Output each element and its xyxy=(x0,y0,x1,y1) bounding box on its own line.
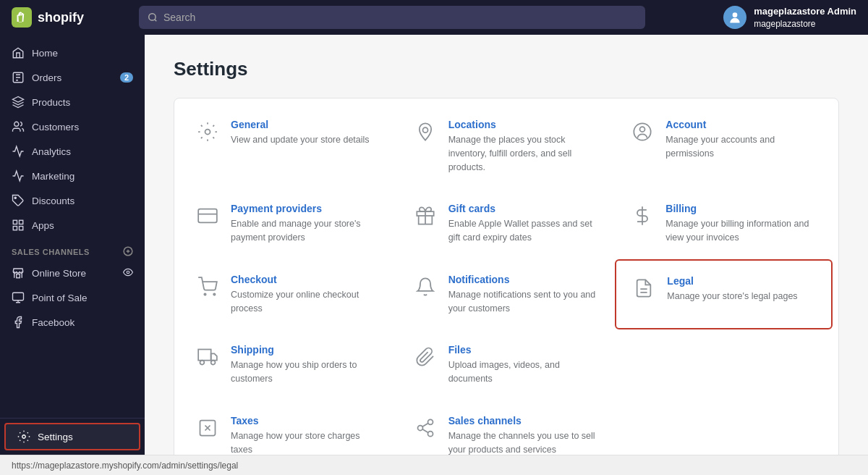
svg-point-31 xyxy=(211,361,216,365)
settings-title-shipping: Shipping xyxy=(231,344,383,356)
sidebar-item-orders[interactable]: Orders 2 xyxy=(0,65,145,90)
svg-point-0 xyxy=(149,14,156,20)
settings-title-locations: Locations xyxy=(448,119,601,130)
settings-icon-billing xyxy=(629,203,655,229)
settings-item-payment-providers[interactable]: Payment providers Enable and manage your… xyxy=(180,188,398,259)
settings-title-billing: Billing xyxy=(665,203,818,214)
settings-icon-gift-cards xyxy=(412,203,438,229)
svg-point-37 xyxy=(427,431,433,436)
status-bar: https://mageplazastore.myshopify.com/adm… xyxy=(0,455,868,475)
sidebar-item-products[interactable]: Products xyxy=(0,90,145,114)
svg-rect-19 xyxy=(198,209,217,223)
sidebar-item-facebook[interactable]: Facebook xyxy=(0,310,145,335)
sidebar-item-settings[interactable]: Settings xyxy=(4,423,140,450)
settings-title-notifications: Notifications xyxy=(448,274,601,285)
home-icon xyxy=(12,46,25,59)
settings-item-sales-channels[interactable]: Sales channels Manage the channels you u… xyxy=(398,400,616,455)
settings-item-shipping[interactable]: Shipping Manage how you ship orders to c… xyxy=(180,329,398,400)
sidebar-item-analytics[interactable]: Analytics xyxy=(0,139,145,164)
search-bar[interactable] xyxy=(139,6,645,29)
sidebar-item-discounts[interactable]: Discounts xyxy=(0,188,145,213)
orders-badge: 2 xyxy=(120,72,133,83)
settings-desc-legal: Manage your store's legal pages xyxy=(667,290,797,303)
settings-icon-account xyxy=(629,119,655,145)
shopify-logo-text: shopify xyxy=(38,10,84,25)
sidebar-item-point-of-sale[interactable]: Point of Sale xyxy=(0,285,145,310)
settings-item-general[interactable]: General View and update your store detai… xyxy=(180,104,398,188)
settings-icon-payment-providers xyxy=(195,203,221,229)
svg-point-24 xyxy=(204,293,205,295)
settings-title-gift-cards: Gift cards xyxy=(448,203,601,214)
settings-title-payment-providers: Payment providers xyxy=(231,203,383,214)
settings-item-notifications[interactable]: Notifications Manage notifications sent … xyxy=(398,259,616,330)
settings-icon-notifications xyxy=(412,274,438,300)
apps-icon xyxy=(12,219,25,232)
svg-rect-6 xyxy=(13,220,17,224)
svg-point-36 xyxy=(417,425,422,430)
settings-text-gift-cards: Gift cards Enable Apple Wallet passes an… xyxy=(448,203,601,245)
settings-icon-sales-channels xyxy=(412,415,438,441)
settings-item-legal[interactable]: Legal Manage your store's legal pages xyxy=(615,259,833,330)
settings-item-taxes[interactable]: Taxes Manage how your store charges taxe… xyxy=(180,400,398,455)
settings-card: General View and update your store detai… xyxy=(174,98,839,455)
settings-desc-notifications: Manage notifications sent to you and you… xyxy=(448,288,601,316)
settings-item-locations[interactable]: Locations Manage the places you stock in… xyxy=(398,104,616,188)
settings-item-account[interactable]: Account Manage your accounts and permiss… xyxy=(615,104,833,188)
sidebar-label-pos: Point of Sale xyxy=(32,293,88,303)
settings-text-account: Account Manage your accounts and permiss… xyxy=(665,119,818,161)
settings-desc-locations: Manage the places you stock inventory, f… xyxy=(448,133,601,174)
settings-title-checkout: Checkout xyxy=(231,274,383,285)
settings-text-taxes: Taxes Manage how your store charges taxe… xyxy=(231,415,383,455)
online-store-icon xyxy=(12,266,25,279)
settings-icon-locations xyxy=(412,119,438,145)
svg-point-25 xyxy=(213,293,215,295)
shopify-logo[interactable]: shopify xyxy=(12,7,127,28)
settings-item-gift-cards[interactable]: Gift cards Enable Apple Wallet passes an… xyxy=(398,188,616,259)
sidebar-item-customers[interactable]: Customers xyxy=(0,114,145,139)
settings-icon-legal xyxy=(631,275,657,301)
eye-icon[interactable] xyxy=(123,267,133,279)
settings-grid: General View and update your store detai… xyxy=(180,104,833,455)
settings-icon-taxes xyxy=(195,415,221,441)
settings-text-sales-channels: Sales channels Manage the channels you u… xyxy=(448,415,601,455)
svg-point-14 xyxy=(22,435,26,439)
settings-title-sales-channels: Sales channels xyxy=(448,415,601,426)
add-sales-channel-icon[interactable] xyxy=(123,246,133,258)
settings-text-files: Files Upload images, videos, and documen… xyxy=(448,344,601,386)
sidebar: Home Orders 2 Products Customers Analyti… xyxy=(0,35,145,455)
settings-text-general: General View and update your store detai… xyxy=(231,119,370,147)
settings-icon xyxy=(17,430,30,443)
products-icon xyxy=(12,96,25,109)
settings-icon-shipping xyxy=(195,344,221,370)
sidebar-item-home[interactable]: Home xyxy=(0,41,145,65)
settings-text-checkout: Checkout Customize your online checkout … xyxy=(231,274,383,316)
sidebar-item-apps[interactable]: Apps xyxy=(0,213,145,238)
sidebar-label-home: Home xyxy=(32,48,58,59)
settings-desc-taxes: Manage how your store charges taxes xyxy=(231,429,383,455)
sales-channels-section: SALES CHANNELS xyxy=(0,238,145,261)
settings-title-legal: Legal xyxy=(667,275,797,287)
svg-rect-7 xyxy=(20,220,23,224)
svg-point-1 xyxy=(733,12,738,17)
sidebar-label-settings: Settings xyxy=(38,432,73,442)
settings-item-files[interactable]: Files Upload images, videos, and documen… xyxy=(398,329,616,400)
orders-icon xyxy=(12,71,25,84)
svg-point-15 xyxy=(205,130,210,135)
user-display-name: mageplazastore Admin xyxy=(754,5,856,18)
search-input[interactable] xyxy=(163,12,637,23)
svg-point-16 xyxy=(422,127,427,133)
svg-point-30 xyxy=(200,361,205,365)
marketing-icon xyxy=(12,169,25,182)
settings-text-locations: Locations Manage the places you stock in… xyxy=(448,119,601,174)
sidebar-label-marketing: Marketing xyxy=(32,171,75,182)
settings-item-billing[interactable]: Billing Manage your billing information … xyxy=(615,188,833,259)
main-content: Settings General View and update your st… xyxy=(145,35,868,455)
sidebar-label-apps: Apps xyxy=(32,220,54,231)
settings-text-billing: Billing Manage your billing information … xyxy=(665,203,818,245)
settings-item-checkout[interactable]: Checkout Customize your online checkout … xyxy=(180,259,398,330)
sidebar-item-marketing[interactable]: Marketing xyxy=(0,164,145,188)
avatar[interactable] xyxy=(723,6,746,29)
settings-title-account: Account xyxy=(665,119,818,130)
sidebar-item-online-store[interactable]: Online Store xyxy=(0,261,145,285)
svg-point-12 xyxy=(127,271,129,274)
